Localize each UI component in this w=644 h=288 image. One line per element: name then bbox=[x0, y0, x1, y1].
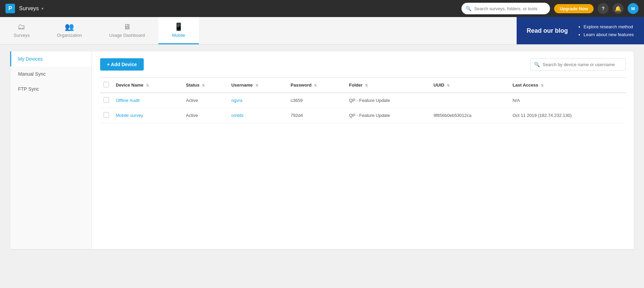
sidebar-item-ftp-sync[interactable]: FTP Sync bbox=[10, 81, 92, 96]
blog-item-1: Explore research method bbox=[584, 23, 634, 31]
col-status-label: Status bbox=[186, 82, 200, 88]
col-password-label: Password bbox=[290, 82, 311, 88]
sidebar-item-my-devices[interactable]: My Devices bbox=[10, 51, 92, 66]
row-last-access-1: Oct 11 2019 (182.74.232.130) bbox=[509, 108, 626, 123]
app-title[interactable]: Surveys ▼ bbox=[19, 5, 44, 12]
tab-surveys-label: Surveys bbox=[14, 33, 30, 38]
col-username-label: Username bbox=[231, 82, 253, 88]
device-table-body: Offline Audit Active ngvra c3659 QP - Fe… bbox=[100, 93, 626, 123]
tab-surveys[interactable]: 🗂 Surveys bbox=[0, 17, 43, 44]
device-search-icon: 🔍 bbox=[534, 62, 540, 67]
row-password-0: c3659 bbox=[287, 93, 346, 108]
sort-status-icon: ⇅ bbox=[202, 84, 205, 87]
row-device-name-0[interactable]: Offline Audit bbox=[112, 93, 183, 108]
row-folder-1: QP - Feature Update bbox=[346, 108, 430, 123]
row-username-1: ombbi bbox=[228, 108, 287, 123]
tab-organization[interactable]: 👥 Organization bbox=[43, 17, 96, 44]
col-username[interactable]: Username ⇅ bbox=[228, 78, 287, 93]
col-uuid-label: UUID bbox=[434, 82, 444, 88]
sort-folder-icon: ⇅ bbox=[365, 84, 368, 87]
device-table: Device Name ⇅ Status ⇅ Username ⇅ Pass bbox=[100, 77, 626, 123]
tab-organization-label: Organization bbox=[57, 33, 82, 38]
mobile-tab-icon: 📱 bbox=[174, 22, 183, 31]
select-all-checkbox[interactable] bbox=[100, 78, 112, 93]
tab-mobile[interactable]: 📱 Mobile bbox=[158, 17, 199, 44]
device-search-input[interactable] bbox=[543, 62, 622, 67]
blog-item-2: Learn about new features bbox=[584, 31, 634, 39]
sort-password-icon: ⇅ bbox=[314, 84, 317, 87]
sort-device-name-icon: ⇅ bbox=[146, 84, 149, 87]
device-search-bar[interactable]: 🔍 bbox=[530, 58, 626, 71]
help-button[interactable]: ? bbox=[598, 3, 609, 14]
blog-banner-title: Read our blog bbox=[527, 27, 568, 34]
app-logo: P bbox=[5, 4, 15, 13]
row-checkbox-1[interactable] bbox=[100, 108, 112, 123]
bell-icon: 🔔 bbox=[615, 5, 622, 12]
col-password[interactable]: Password ⇅ bbox=[287, 78, 346, 93]
tab-mobile-label: Mobile bbox=[172, 33, 185, 38]
tab-usage-dashboard-label: Usage Dashboard bbox=[109, 33, 145, 38]
add-device-button[interactable]: + Add Device bbox=[100, 58, 144, 71]
main-content: My Devices Manual Sync FTP Sync + Add De… bbox=[0, 51, 644, 288]
blog-banner-list: Explore research method Learn about new … bbox=[578, 23, 634, 39]
col-folder[interactable]: Folder ⇅ bbox=[346, 78, 430, 93]
blog-banner[interactable]: Read our blog Explore research method Le… bbox=[517, 17, 644, 44]
table-header-row: Device Name ⇅ Status ⇅ Username ⇅ Pass bbox=[100, 78, 626, 93]
tab-bar: 🗂 Surveys 👥 Organization 🖥 Usage Dashboa… bbox=[0, 17, 644, 45]
title-chevron-icon: ▼ bbox=[41, 7, 44, 11]
sidebar: My Devices Manual Sync FTP Sync bbox=[10, 51, 92, 249]
usage-dashboard-tab-icon: 🖥 bbox=[123, 22, 131, 31]
row-folder-0: QP - Feature Update bbox=[346, 93, 430, 108]
top-navigation: P Surveys ▼ 🔍 Upgrade Now ? 🔔 M bbox=[0, 0, 644, 17]
row-status-0: Active bbox=[183, 93, 228, 108]
row-last-access-0: N/A bbox=[509, 93, 626, 108]
sidebar-item-manual-sync[interactable]: Manual Sync bbox=[10, 66, 92, 81]
row-uuid-0 bbox=[430, 93, 509, 108]
col-uuid[interactable]: UUID ⇅ bbox=[430, 78, 509, 93]
user-avatar[interactable]: M bbox=[628, 3, 639, 14]
row-device-name-1[interactable]: Mobile survey bbox=[112, 108, 183, 123]
device-content: + Add Device 🔍 Device Name ⇅ bbox=[92, 51, 634, 249]
device-header: + Add Device 🔍 bbox=[100, 58, 626, 71]
col-last-access-label: Last Access bbox=[513, 82, 538, 88]
row-password-1: 792d4 bbox=[287, 108, 346, 123]
col-status[interactable]: Status ⇅ bbox=[183, 78, 228, 93]
sort-last-access-icon: ⇅ bbox=[541, 84, 544, 87]
col-last-access[interactable]: Last Access ⇅ bbox=[509, 78, 626, 93]
upgrade-button[interactable]: Upgrade Now bbox=[554, 4, 594, 13]
organization-tab-icon: 👥 bbox=[65, 22, 74, 31]
table-row: Offline Audit Active ngvra c3659 QP - Fe… bbox=[100, 93, 626, 108]
col-device-name[interactable]: Device Name ⇅ bbox=[112, 78, 183, 93]
content-wrapper: My Devices Manual Sync FTP Sync + Add De… bbox=[10, 51, 634, 249]
col-folder-label: Folder bbox=[349, 82, 363, 88]
global-search-input[interactable] bbox=[474, 6, 546, 11]
row-status-1: Active bbox=[183, 108, 228, 123]
search-icon: 🔍 bbox=[466, 6, 471, 11]
row-checkbox-0[interactable] bbox=[100, 93, 112, 108]
global-search-bar[interactable]: 🔍 bbox=[461, 3, 550, 14]
sort-uuid-icon: ⇅ bbox=[447, 84, 450, 87]
col-device-name-label: Device Name bbox=[116, 82, 143, 88]
surveys-tab-icon: 🗂 bbox=[18, 22, 25, 31]
row-username-0: ngvra bbox=[228, 93, 287, 108]
tab-usage-dashboard[interactable]: 🖥 Usage Dashboard bbox=[96, 17, 159, 44]
sort-username-icon: ⇅ bbox=[255, 84, 258, 87]
row-uuid-1: 9f856b0eb53012ca bbox=[430, 108, 509, 123]
notifications-button[interactable]: 🔔 bbox=[613, 3, 624, 14]
table-row: Mobile survey Active ombbi 792d4 QP - Fe… bbox=[100, 108, 626, 123]
